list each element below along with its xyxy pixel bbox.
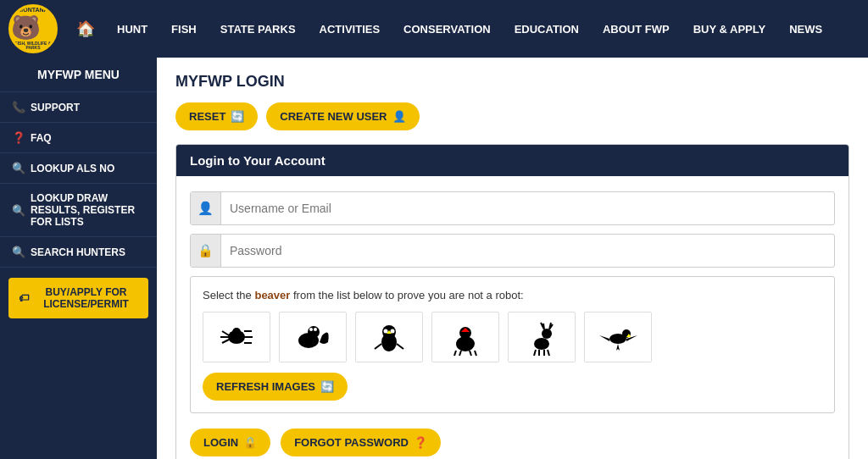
login-card: Login to Your Account 👤 🔒 Select the bea… [175, 144, 849, 459]
sidebar-item-search-hunters[interactable]: 🔍 SEARCH HUNTERS [0, 237, 157, 268]
nav-links: 🏠 HUNT FISH STATE PARKS ACTIVITIES CONSE… [66, 0, 834, 58]
faq-icon: ❓ [12, 131, 25, 144]
username-input[interactable] [221, 195, 834, 222]
refresh-images-label: REFRESH IMAGES [216, 380, 315, 393]
captcha-image-3[interactable] [355, 312, 423, 362]
login-button[interactable]: LOGIN 🔒 [190, 429, 270, 456]
svg-point-21 [542, 329, 552, 339]
sidebar-label-support: SUPPORT [31, 102, 80, 113]
buy-apply-label: BUY/APPLY FOR LICENSE/PERMIT [34, 286, 138, 310]
captcha-box: Select the beaver from the list below to… [190, 276, 835, 413]
login-card-body: 👤 🔒 Select the beaver from the list belo… [176, 176, 849, 459]
nav-item-conservation[interactable]: CONSERVATION [392, 0, 503, 58]
sidebar: MYFWP MENU 📞 SUPPORT ❓ FAQ 🔍 LOOKUP ALS … [0, 58, 157, 459]
svg-point-7 [232, 328, 241, 336]
search-icon-3: 🔍 [12, 246, 25, 258]
nav-item-education[interactable]: EDUCATION [503, 0, 591, 58]
sidebar-label-lookup-draw: LOOKUP DRAW RESULTS, REGISTER FOR LISTS [31, 192, 145, 228]
nav-item-home[interactable]: 🏠 [66, 0, 105, 58]
buy-apply-button[interactable]: 🏷 BUY/APPLY FOR LICENSE/PERMIT [8, 278, 148, 318]
svg-point-10 [314, 328, 317, 331]
login-icon: 🔒 [243, 436, 257, 449]
create-user-button[interactable]: CREATE NEW USER 👤 [266, 102, 419, 130]
sidebar-label-faq: FAQ [31, 132, 52, 144]
captcha-instruction: Select the beaver from the list below to… [203, 289, 822, 301]
username-input-row: 👤 [190, 191, 835, 225]
sidebar-item-support[interactable]: 📞 SUPPORT [0, 92, 157, 123]
captcha-text-pre: Select the [203, 289, 254, 301]
lock-field-icon: 🔒 [191, 235, 221, 267]
captcha-image-4[interactable] [431, 312, 499, 362]
svg-line-1 [222, 331, 229, 335]
sidebar-item-lookup-als[interactable]: 🔍 LOOKUP ALS NO [0, 153, 157, 184]
search-icon-2: 🔍 [12, 204, 25, 217]
sidebar-label-lookup-als: LOOKUP ALS NO [31, 163, 114, 174]
forgot-password-button[interactable]: FORGOT PASSWORD ❓ [281, 429, 441, 456]
nav-item-hunt[interactable]: HUNT [105, 0, 159, 58]
captcha-animal: beaver [254, 289, 290, 301]
svg-point-11 [309, 328, 313, 331]
refresh-icon-2: 🔄 [320, 380, 334, 393]
password-input-row: 🔒 [190, 234, 835, 268]
sidebar-label-search-hunters: SEARCH HUNTERS [31, 246, 125, 258]
captcha-images [203, 312, 822, 362]
nav-item-news[interactable]: NEWS [777, 0, 834, 58]
captcha-text-post: from the list below to prove you are not… [290, 289, 523, 301]
refresh-images-button[interactable]: REFRESH IMAGES 🔄 [203, 373, 348, 401]
sidebar-item-faq[interactable]: ❓ FAQ [0, 123, 157, 153]
action-buttons: RESET 🔄 CREATE NEW USER 👤 [175, 102, 849, 130]
svg-point-15 [383, 329, 387, 333]
reset-label: RESET [189, 110, 225, 123]
question-icon: ❓ [414, 436, 427, 449]
forgot-password-label: FORGOT PASSWORD [294, 436, 409, 449]
nav-item-buy-apply[interactable]: BUY & APPLY [682, 0, 778, 58]
captcha-image-1[interactable] [203, 312, 270, 362]
svg-point-9 [308, 326, 320, 338]
nav-item-fish[interactable]: FISH [159, 0, 209, 58]
phone-icon: 📞 [12, 101, 25, 113]
svg-point-16 [390, 329, 394, 333]
nav-item-activities[interactable]: ACTIVITIES [308, 0, 392, 58]
captcha-image-6[interactable] [584, 312, 652, 362]
main-content: MYFWP LOGIN RESET 🔄 CREATE NEW USER 👤 Lo… [157, 58, 868, 459]
main-layout: MYFWP MENU 📞 SUPPORT ❓ FAQ 🔍 LOOKUP ALS … [0, 58, 868, 459]
nav-item-about-fwp[interactable]: ABOUT FWP [591, 0, 682, 58]
search-icon-1: 🔍 [12, 162, 25, 174]
logo-text-top: MONTANA [11, 7, 55, 14]
sidebar-item-lookup-draw[interactable]: 🔍 LOOKUP DRAW RESULTS, REGISTER FOR LIST… [0, 184, 157, 237]
user-icon: 👤 [392, 110, 406, 123]
password-input[interactable] [221, 237, 834, 264]
captcha-image-5[interactable] [508, 312, 576, 362]
bottom-buttons: LOGIN 🔒 FORGOT PASSWORD ❓ [190, 425, 835, 456]
create-user-label: CREATE NEW USER [280, 110, 387, 123]
top-navigation: MONTANA 🐻 FISH, WILDLIFE & PARKS 🏠 HUNT … [0, 0, 868, 58]
svg-point-20 [534, 338, 549, 350]
sidebar-title: MYFWP MENU [0, 58, 157, 92]
refresh-icon: 🔄 [231, 110, 244, 123]
page-title: MYFWP LOGIN [175, 73, 849, 91]
svg-line-25 [548, 350, 549, 356]
user-field-icon: 👤 [191, 192, 221, 224]
logo-bear-icon: 🐻 [11, 14, 55, 41]
svg-line-3 [222, 340, 229, 343]
logo: MONTANA 🐻 FISH, WILDLIFE & PARKS [8, 4, 58, 53]
tag-icon: 🏷 [19, 292, 29, 304]
reset-button[interactable]: RESET 🔄 [175, 102, 258, 130]
sidebar-menu: 📞 SUPPORT ❓ FAQ 🔍 LOOKUP ALS NO 🔍 LOOKUP… [0, 92, 157, 268]
captcha-image-2[interactable] [279, 312, 347, 362]
login-label: LOGIN [203, 436, 238, 449]
svg-line-22 [534, 350, 536, 356]
logo-text-bottom: FISH, WILDLIFE & PARKS [11, 41, 55, 51]
login-card-header: Login to Your Account [176, 145, 849, 176]
nav-item-state-parks[interactable]: STATE PARKS [209, 0, 308, 58]
